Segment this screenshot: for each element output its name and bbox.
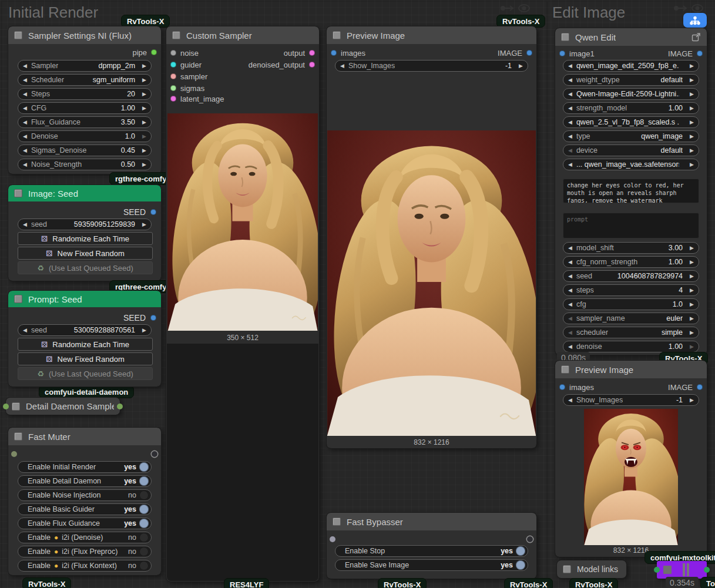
increment-arrow[interactable]: ▶ (142, 148, 146, 153)
node-header[interactable]: Model links (557, 560, 626, 578)
slot-dot[interactable] (170, 85, 176, 91)
collapse-icon[interactable] (563, 565, 571, 573)
widget-device[interactable]: ◀devicedefault▶ (563, 145, 699, 156)
preview-image-small[interactable] (167, 113, 318, 331)
toggle-enable-detail-daemon[interactable]: Enable Detail Daemonyes (18, 475, 152, 487)
slot-dot[interactable] (526, 50, 532, 56)
decrement-arrow[interactable]: ◀ (568, 330, 572, 335)
node-header[interactable]: Detail Daemon Sample (6, 398, 120, 415)
increment-arrow[interactable]: ▶ (690, 274, 694, 279)
increment-arrow[interactable]: ▶ (690, 246, 694, 251)
toggle-enable-save-image[interactable]: Enable Save Imageyes (335, 559, 528, 571)
collapse-icon[interactable] (14, 432, 22, 441)
collapse-icon[interactable] (14, 31, 22, 39)
input-slot-images[interactable]: images (559, 383, 594, 391)
slot-dot[interactable] (309, 62, 315, 68)
node-header[interactable]: Custom Sampler (166, 26, 319, 44)
increment-arrow[interactable]: ▶ (690, 316, 694, 321)
widget-unet-name[interactable]: ◀qwen_image_edit_2509_fp8_e...▶ (563, 60, 699, 72)
toggle-enable-i2i-flux-preproc[interactable]: Enable●i2i (Flux Preproc)no (18, 546, 152, 557)
widget-scheduler[interactable]: ◀schedulersimple▶ (563, 327, 699, 338)
widget-sampler[interactable]: ◀Samplerdpmpp_2m▶ (18, 60, 152, 72)
increment-arrow[interactable]: ▶ (690, 330, 694, 335)
group-header-icons[interactable] (672, 4, 707, 13)
prompt-textarea[interactable]: change her eyes color to red, her mouth … (563, 179, 699, 203)
toggle-enable-flux-guidance[interactable]: Enable Flux Guidanceyes (18, 518, 152, 529)
slot-dot[interactable] (151, 49, 157, 55)
node-header[interactable]: Sampler Settings NI (Flux) (8, 26, 161, 44)
decrement-arrow[interactable]: ◀ (568, 302, 572, 307)
collapse-icon[interactable] (561, 365, 569, 374)
increment-arrow[interactable]: ▶ (142, 106, 146, 111)
widget-model-shift[interactable]: ◀model_shift3.00▶ (563, 242, 699, 254)
output-slot-denoised-output[interactable]: denoised_output (249, 61, 315, 69)
increment-arrow[interactable]: ▶ (690, 344, 694, 350)
output-slot-output[interactable]: output (284, 49, 315, 57)
input-slot-dot[interactable] (654, 567, 660, 573)
decrement-arrow[interactable]: ◀ (340, 63, 344, 69)
toggle-knob[interactable] (139, 519, 149, 528)
node-header[interactable]: Qwen Edit (555, 28, 707, 46)
collapse-icon[interactable] (333, 31, 341, 39)
increment-arrow[interactable]: ▶ (519, 63, 523, 69)
widget-flux-guidance[interactable]: ◀Flux_Guidance3.50▶ (18, 116, 152, 128)
increment-arrow[interactable]: ▶ (690, 260, 694, 265)
widget-type[interactable]: ◀typeqwen_image▶ (563, 130, 699, 142)
decrement-arrow[interactable]: ◀ (23, 222, 27, 227)
stop-icon[interactable] (663, 566, 672, 574)
increment-arrow[interactable]: ▶ (142, 63, 146, 69)
input-slot-dot[interactable] (330, 536, 335, 542)
toggle-knob[interactable] (139, 462, 149, 472)
prompt-placeholder-textarea[interactable] (563, 213, 699, 238)
decrement-arrow[interactable]: ◀ (23, 162, 27, 167)
output-slot-dot[interactable] (527, 536, 533, 542)
output-slot-dot[interactable] (704, 567, 710, 573)
slot-dot[interactable] (170, 62, 176, 68)
toggle-knob[interactable] (516, 560, 525, 570)
input-slot-dot[interactable] (11, 451, 17, 457)
input-slot-guider[interactable]: guider (170, 61, 202, 69)
node-header[interactable]: Fast Muter (8, 428, 161, 445)
slot-dot[interactable] (150, 315, 156, 321)
output-slot-seed[interactable]: SEED (123, 207, 152, 217)
increment-arrow[interactable]: ▶ (690, 398, 694, 403)
output-slot-dot[interactable] (152, 451, 157, 457)
increment-arrow[interactable]: ▶ (690, 302, 694, 307)
toggle-enable-noise-injection[interactable]: Enable Noise Injectionno (18, 489, 152, 501)
widget-clip-name[interactable]: ◀qwen_2.5_vl_7b_fp8_scaled.s ...▶ (563, 116, 699, 128)
widget-cfg[interactable]: ◀cfg1.0▶ (563, 298, 699, 310)
widget-scheduler[interactable]: ◀Schedulersgm_uniform▶ (18, 74, 152, 86)
decrement-arrow[interactable]: ◀ (568, 63, 572, 69)
decrement-arrow[interactable]: ◀ (23, 120, 27, 125)
increment-arrow[interactable]: ▶ (142, 222, 146, 227)
increment-arrow[interactable]: ▶ (142, 78, 146, 83)
randomize-each-time-button[interactable]: ⚄Randomize Each Time (18, 232, 153, 245)
slot-dot[interactable] (170, 50, 176, 56)
decrement-arrow[interactable]: ◀ (23, 148, 27, 153)
node-header[interactable]: Preview Image (327, 26, 536, 44)
input-slot-latent-image[interactable]: latent_image (170, 95, 224, 103)
toggle-knob[interactable] (139, 561, 149, 570)
new-fixed-random-button[interactable]: ⚄New Fixed Random (18, 352, 153, 365)
increment-arrow[interactable]: ▶ (690, 78, 694, 83)
slot-dot[interactable] (309, 50, 315, 56)
toggle-knob[interactable] (516, 546, 525, 556)
output-slot-pipe[interactable]: pipe (132, 48, 157, 56)
increment-arrow[interactable]: ▶ (690, 92, 694, 97)
decrement-arrow[interactable]: ◀ (23, 328, 27, 333)
increment-arrow[interactable]: ▶ (690, 106, 694, 111)
widget-lora-name[interactable]: ◀Qwen-Image-Edit-2509-Lightni...▶ (563, 88, 699, 100)
toggle-enable-i2i-flux-kontext[interactable]: Enable●i2i (Flux Kontext)no (18, 560, 152, 572)
decrement-arrow[interactable]: ◀ (568, 134, 572, 139)
slot-dot[interactable] (170, 73, 176, 79)
toggle-knob[interactable] (139, 490, 149, 500)
decrement-arrow[interactable]: ◀ (568, 162, 572, 167)
widget-show-images[interactable]: ◀Show_Images-1▶ (563, 394, 699, 406)
decrement-arrow[interactable]: ◀ (568, 106, 572, 111)
input-slot-sigmas[interactable]: sigmas (170, 84, 204, 92)
decrement-arrow[interactable]: ◀ (568, 316, 572, 321)
decrement-arrow[interactable]: ◀ (568, 344, 572, 350)
node-canvas[interactable]: Initial Render Edit Image RvTools-X RvTo… (0, 0, 715, 588)
input-slot-sampler[interactable]: sampler (170, 72, 207, 80)
increment-arrow[interactable]: ▶ (690, 134, 694, 139)
